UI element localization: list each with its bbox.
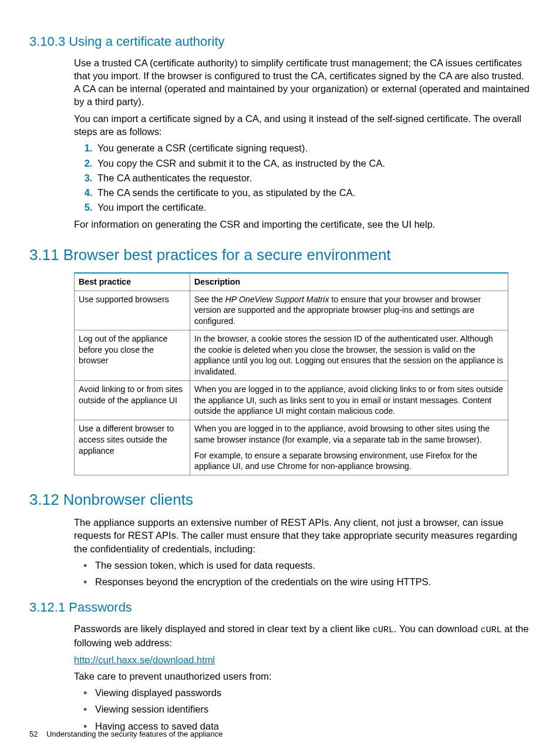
list-item: You generate a CSR (certificate signing … [95, 141, 531, 154]
table-cell: In the browser, a cookie stores the sess… [190, 330, 508, 380]
best-practices-table: Best practice Description Use supported … [74, 272, 508, 475]
list-item: Responses beyond the encryption of the c… [95, 575, 531, 588]
table-row: Use a different browser to access sites … [75, 420, 508, 475]
text: When you are logged in to the appliance,… [194, 423, 504, 445]
table-cell: Use a different browser to access sites … [75, 420, 190, 475]
list-item: The CA sends the certificate to you, as … [95, 186, 531, 199]
para-nonbrowser: The appliance supports an extensive numb… [74, 516, 531, 555]
table-cell: When you are logged in to the appliance,… [190, 380, 508, 420]
list-item: The CA authenticates the requestor. [95, 171, 531, 184]
table-cell: Avoid linking to or from sites outside o… [75, 380, 190, 420]
list-item: Viewing displayed passwords [95, 686, 531, 699]
table-cell: Use supported browsers [75, 291, 190, 330]
ca-steps-list: You generate a CSR (certificate signing … [74, 141, 531, 214]
page-footer: 52 Understanding the security features o… [29, 729, 223, 740]
table-row: Log out of the appliance before you clos… [75, 330, 508, 380]
table-row: Avoid linking to or from sites outside o… [75, 380, 508, 420]
page-number: 52 [29, 730, 38, 738]
code-inline: cURL [481, 625, 502, 635]
code-inline: cURL [373, 625, 394, 635]
heading-3-12: 3.12 Nonbrowser clients [29, 490, 531, 510]
list-item: Viewing session identifiers [95, 703, 531, 715]
para-prevent: Take care to prevent unauthorized users … [74, 670, 531, 683]
text: . You can download [394, 623, 481, 634]
footer-title: Understanding the security features of t… [46, 730, 223, 738]
curl-download-link[interactable]: http://curl.haxx.se/download.html [74, 654, 215, 665]
heading-3-10-3: 3.10.3 Using a certificate authority [29, 33, 531, 50]
heading-3-11: 3.11 Browser best practices for a secure… [29, 245, 531, 265]
text: For example, to ensure a separate browsi… [194, 450, 504, 472]
table-header: Best practice [75, 273, 190, 291]
para-ca-intro: Use a trusted CA (certificate authority)… [74, 56, 531, 109]
para-csr-help: For information on generating the CSR an… [74, 218, 531, 231]
table-header: Description [190, 273, 508, 291]
heading-3-12-1: 3.12.1 Passwords [29, 599, 531, 616]
nonbrowser-bullets: The session token, which is used for dat… [74, 559, 531, 589]
text: See the [194, 295, 225, 304]
table-cell: See the HP OneView Support Matrix to ens… [190, 291, 508, 330]
table-row: Use supported browsers See the HP OneVie… [75, 291, 508, 330]
passwords-bullets: Viewing displayed passwords Viewing sess… [74, 686, 531, 733]
para-passwords: Passwords are likely displayed and store… [74, 622, 531, 650]
para-ca-import: You can import a certificate signed by a… [74, 112, 531, 139]
table-cell: Log out of the appliance before you clos… [75, 330, 190, 380]
list-item: You copy the CSR and submit it to the CA… [95, 157, 531, 170]
list-item: The session token, which is used for dat… [95, 559, 531, 572]
text: Passwords are likely displayed and store… [74, 623, 373, 634]
list-item: You import the certificate. [95, 201, 531, 214]
table-cell: When you are logged in to the appliance,… [190, 420, 508, 475]
text-italic: HP OneView Support Matrix [225, 295, 329, 304]
